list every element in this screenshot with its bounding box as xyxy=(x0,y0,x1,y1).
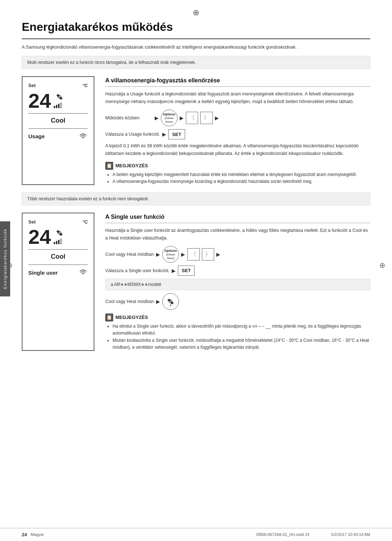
top-crosshair-icon: ⊕ xyxy=(193,7,199,19)
device-mode-1: Cool xyxy=(28,116,88,126)
options-button-2[interactable]: Options (Clean 3sec) xyxy=(162,246,179,263)
section1-body-text: A kijelző 0,1 kWh és 99 kWh közötti érté… xyxy=(105,142,370,157)
arrow-icon-4: ▶ xyxy=(162,131,166,138)
device-divider-2 xyxy=(28,128,88,129)
note-list-2: Ha elindul a Single user funkció, akkor … xyxy=(105,323,370,351)
section-usage: Set °C 24 xyxy=(22,76,370,185)
op5-label: Cool vagy Heat módban xyxy=(105,298,154,305)
device-divider-4 xyxy=(28,265,88,265)
signal-icon-2 xyxy=(78,267,88,275)
set-button-1[interactable]: SET xyxy=(168,129,185,139)
left-nav-button-2[interactable]: 〈 xyxy=(187,248,200,261)
op1-row: Működés közben ▶ Options (Clean 3sec) ▶ … xyxy=(105,110,370,126)
op2-label: Válassza a Usage funkciót. xyxy=(105,131,160,138)
section1-content: A villamosenergia-fogyasztás ellenőrzése… xyxy=(105,76,370,185)
multi-system-info: Több rendszer használata esetén ez a fun… xyxy=(22,192,370,205)
footer-file: DB68-06728A-01_HU.indd 24 xyxy=(256,532,309,538)
right-nav-button-2[interactable]: 〉 xyxy=(202,248,214,261)
device-set-label-2: Set xyxy=(28,218,36,226)
fan-icon-1 xyxy=(54,92,65,102)
op1-label: Működés közben xyxy=(105,115,152,122)
section1-description: Használja a Usage funkciót a légkondicio… xyxy=(105,90,370,105)
arrow-icon-9: ▶ xyxy=(156,298,160,306)
note-box-1: 📋 MEGJEGYZÉS A beltéri egység kijelzőjén… xyxy=(105,162,370,185)
arrow-icon-2: ▶ xyxy=(180,114,184,122)
model-note-text: a AR∗∗MSWX∗∗modell xyxy=(111,282,161,287)
left-nav-button-1[interactable]: 〈 xyxy=(186,112,198,124)
op4-row: Válassza a Single user funkciót. ▶ SET xyxy=(105,266,370,276)
model-note: a AR∗∗MSWX∗∗modell xyxy=(105,279,370,290)
device-func-label-1: Usage xyxy=(28,132,45,141)
arrow-icon-1: ▶ xyxy=(155,114,159,122)
set-button-2[interactable]: SET xyxy=(178,266,195,276)
note-item-1-1: A beltéri egység kijelzőjén megjelenítet… xyxy=(113,171,370,178)
note-box-2: 📋 MEGJEGYZÉS Ha elindul a Single user fu… xyxy=(105,313,370,351)
footer: 24 Magyar DB68-06728A-01_HU.indd 24 5/2/… xyxy=(0,528,392,541)
footer-date: 5/2/2017 10:40:18 AM xyxy=(331,532,370,538)
device-func-row-1: Usage xyxy=(28,131,88,142)
device-func-row-2: Single user xyxy=(28,267,88,278)
op3-row: Cool vagy Heat módban ▶ Options (Clean 3… xyxy=(105,246,370,263)
device-divider-3 xyxy=(28,249,88,250)
wifi-icon-2 xyxy=(78,267,88,278)
op5-row: Cool vagy Heat módban ▶ xyxy=(105,293,370,310)
footer-language: Magyar xyxy=(30,532,44,538)
arrow-icon-3: ▶ xyxy=(215,114,219,122)
right-nav-button-1[interactable]: 〉 xyxy=(200,112,213,124)
right-crosshair-icon: ⊕ xyxy=(379,260,385,271)
section2-content: A Single user funkció Használja a Single… xyxy=(105,213,370,351)
note-icon-1: 📋 xyxy=(105,162,113,170)
arrow-icon-8: ▶ xyxy=(172,267,176,275)
page-number: 24 xyxy=(22,531,27,538)
special-fan-button[interactable] xyxy=(162,293,179,310)
device-temp-2: 24 xyxy=(28,227,51,247)
device-temp-row-1: 24 xyxy=(28,91,88,111)
device-degree-2: °C xyxy=(82,218,88,226)
note-item-2-2: Miután kiválasztotta a Single user funkc… xyxy=(113,337,370,351)
arrow-icon-6: ▶ xyxy=(181,251,185,258)
section2-heading: A Single user funkció xyxy=(105,213,370,223)
op2-row: Válassza a Usage funkciót. ▶ SET xyxy=(105,129,370,139)
device-mode-2: Cool xyxy=(28,252,88,262)
fan-special-icon xyxy=(165,296,176,307)
note-item-1-2: A villamosenergia-fogyasztás mennyisége … xyxy=(113,178,370,185)
device-single-user-display: Set °C 24 xyxy=(22,213,94,351)
signal-icon-1 xyxy=(78,131,88,139)
device-func-label-2: Single user xyxy=(28,269,58,277)
fan-icon-2 xyxy=(54,228,65,238)
intro-text: A Samsung légkondicionáló villamosenergi… xyxy=(22,44,370,51)
sidebar-tab: Energiatakarékos funkciók xyxy=(0,221,10,296)
device-set-label-1: Set xyxy=(28,82,36,89)
page-container: ⊕ ⊕ ⊕ Energiatakarékos funkciók Energiat… xyxy=(0,0,392,541)
section1-heading: A villamosenergia-fogyasztás ellenőrzése xyxy=(105,76,370,87)
note-header-2: 📋 MEGJEGYZÉS xyxy=(105,313,370,321)
options-button-1[interactable]: Options (Clean 3sec) xyxy=(161,110,177,126)
device-divider-1 xyxy=(28,113,88,114)
info-box: Multi rendszer esetén ez a funkció nincs… xyxy=(22,56,370,69)
section-single-user: Set °C 24 xyxy=(22,213,370,351)
note-list-1: A beltéri egység kijelzőjén megjelenítet… xyxy=(105,171,370,185)
note-item-2-1: Ha elindul a Single user funkció, akkor … xyxy=(113,323,370,337)
section2-description: Használja a Single user funkciót az áram… xyxy=(105,227,370,242)
sidebar-label: Energiatakarékos funkciók xyxy=(2,229,8,289)
device-degree-1: °C xyxy=(82,82,88,89)
note-icon-2: 📋 xyxy=(105,313,113,321)
device-usage-display: Set °C 24 xyxy=(22,76,94,185)
device-temp-row-2: 24 xyxy=(28,227,88,247)
info-box-text: Multi rendszer esetén ez a funkció nincs… xyxy=(27,60,196,65)
device-temp-1: 24 xyxy=(28,91,51,111)
op3-label: Cool vagy Heat módban xyxy=(105,251,154,258)
wifi-icon-1 xyxy=(78,131,88,142)
op4-label: Válassza a Single user funkciót. xyxy=(105,267,170,274)
arrow-icon-7: ▶ xyxy=(216,251,220,258)
arrow-icon-5: ▶ xyxy=(156,251,160,258)
multi-system-text: Több rendszer használata esetén ez a fun… xyxy=(27,196,149,201)
page-title: Energiatakarékos működés xyxy=(22,18,370,39)
note-header-1: 📋 MEGJEGYZÉS xyxy=(105,162,370,170)
